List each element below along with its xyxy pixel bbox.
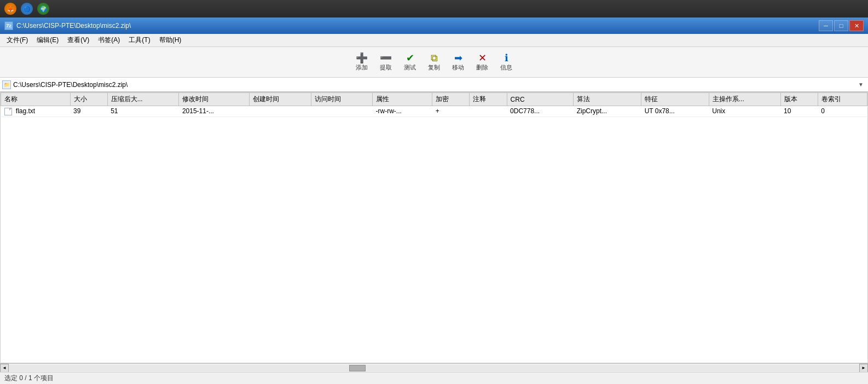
col-version[interactable]: 版本 [780,93,818,106]
cell-compressed: 51 [107,106,179,117]
menu-bar: 文件(F) 编辑(E) 查看(V) 书签(A) 工具(T) 帮助(H) [0,34,868,47]
status-text: 选定 0 / 1 个项目 [4,374,54,383]
col-crc[interactable]: CRC [507,93,574,106]
cell-created [250,106,311,117]
table-header: 名称 大小 压缩后大... 修改时间 创建时间 访问时间 属性 加密 注释 CR… [1,93,867,106]
move-button[interactable]: ➡ 移动 [447,52,469,73]
add-label: 添加 [356,63,368,72]
table-row[interactable]: flag.txt 39 51 2015-11-... -rw-rw-... + … [1,106,867,117]
app-icon: 7z [4,21,13,30]
browser-bar: 🦊 🔵 🌍 [0,0,868,18]
extract-label: 提取 [380,63,392,72]
cell-os: Unix [709,106,780,117]
cell-algorithm: ZipCrypt... [574,106,641,117]
cell-modified: 2015-11-... [179,106,250,117]
col-compressed[interactable]: 压缩后大... [107,93,179,106]
col-algorithm[interactable]: 算法 [574,93,641,106]
cell-volume: 0 [818,106,867,117]
col-encrypted[interactable]: 加密 [432,93,470,106]
col-features[interactable]: 特征 [641,93,709,106]
scroll-left-button[interactable]: ◄ [0,364,9,373]
title-text: C:\Users\CISP-PTE\Desktop\misc2.zip\ [16,22,819,30]
delete-button[interactable]: ✕ 删除 [471,52,493,73]
add-button[interactable]: ➕ 添加 [351,52,373,73]
scroll-thumb[interactable] [349,365,366,371]
maximize-button[interactable]: □ [834,20,848,31]
delete-icon: ✕ [478,53,487,63]
col-size[interactable]: 大小 [70,93,107,106]
cell-comment [470,106,507,117]
cell-version: 10 [780,106,818,117]
col-volume[interactable]: 卷索引 [818,93,867,106]
menu-view[interactable]: 查看(V) [63,34,94,46]
extract-icon: ➖ [380,53,392,63]
cell-crc: 0DC778... [507,106,574,117]
browser-icon-1: 🦊 [4,3,16,15]
delete-label: 删除 [476,63,488,72]
table-body: flag.txt 39 51 2015-11-... -rw-rw-... + … [1,106,867,117]
window-controls: ─ □ ✕ [819,20,864,31]
col-name[interactable]: 名称 [1,93,71,106]
col-attributes[interactable]: 属性 [373,93,432,106]
info-label: 信息 [500,63,512,72]
toolbar-row: ➕ 添加 ➖ 提取 ✔ 测试 ⧉ 复制 ➡ 移动 ✕ 删除 ℹ 信息 [351,52,517,73]
menu-edit[interactable]: 编辑(E) [32,34,63,46]
minimize-button[interactable]: ─ [819,20,833,31]
scroll-right-button[interactable]: ► [859,364,868,373]
add-icon: ➕ [356,53,368,63]
file-table: 名称 大小 压缩后大... 修改时间 创建时间 访问时间 属性 加密 注释 CR… [1,92,867,117]
info-icon: ℹ [505,53,508,63]
col-os[interactable]: 主操作系... [709,93,780,106]
col-created[interactable]: 创建时间 [250,93,311,106]
address-dropdown[interactable]: ▼ [856,82,866,88]
cell-size: 39 [70,106,107,117]
scroll-track[interactable] [9,365,859,371]
test-button[interactable]: ✔ 测试 [399,52,421,73]
address-bar: 📁 ▼ [0,78,868,92]
test-label: 测试 [404,63,416,72]
extract-button[interactable]: ➖ 提取 [375,52,397,73]
copy-button[interactable]: ⧉ 复制 [423,52,445,73]
close-button[interactable]: ✕ [849,20,864,31]
copy-icon: ⧉ [431,53,438,63]
file-list-container: 名称 大小 压缩后大... 修改时间 创建时间 访问时间 属性 加密 注释 CR… [0,92,868,363]
cell-accessed [311,106,372,117]
menu-file[interactable]: 文件(F) [2,34,32,46]
toolbar: ➕ 添加 ➖ 提取 ✔ 测试 ⧉ 复制 ➡ 移动 ✕ 删除 ℹ 信息 [0,47,868,78]
scrollbar-horizontal: ◄ ► [0,363,868,372]
move-icon: ➡ [454,53,462,63]
cell-attributes: -rw-rw-... [373,106,432,117]
cell-features: UT 0x78... [641,106,709,117]
status-bar: 选定 0 / 1 个项目 [0,372,868,384]
test-icon: ✔ [406,53,414,63]
copy-label: 复制 [428,63,440,72]
browser-icon-2: 🔵 [21,3,33,15]
cell-name: flag.txt [1,106,71,117]
col-comment[interactable]: 注释 [470,93,507,106]
col-modified[interactable]: 修改时间 [179,93,250,106]
info-button[interactable]: ℹ 信息 [495,52,517,73]
cell-encrypted: + [432,106,470,117]
browser-icon-3: 🌍 [37,3,49,15]
menu-tools[interactable]: 工具(T) [124,34,154,46]
menu-help[interactable]: 帮助(H) [155,34,186,46]
address-icon: 📁 [2,80,11,89]
address-input[interactable] [13,81,856,89]
file-icon [4,108,12,115]
menu-bookmark[interactable]: 书签(A) [94,34,124,46]
col-accessed[interactable]: 访问时间 [311,93,372,106]
title-bar: 7z C:\Users\CISP-PTE\Desktop\misc2.zip\ … [0,18,868,34]
move-label: 移动 [452,63,464,72]
